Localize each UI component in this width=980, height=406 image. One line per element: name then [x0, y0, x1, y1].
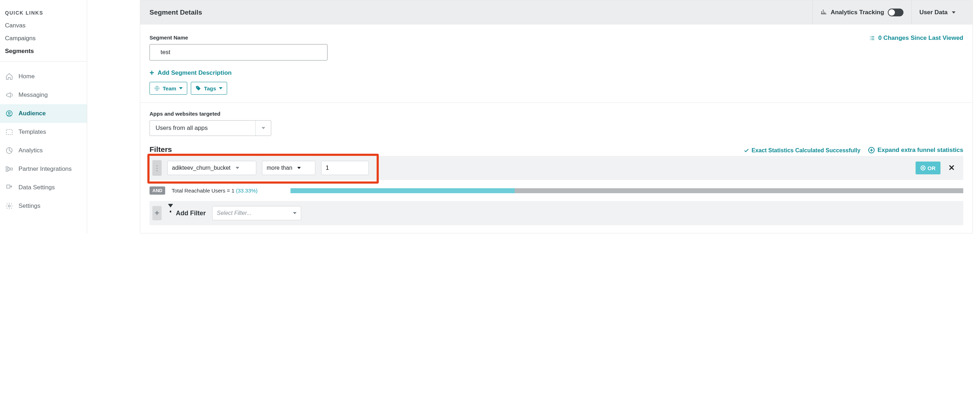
- svg-rect-5: [6, 170, 8, 171]
- drag-handle[interactable]: ⋮: [152, 160, 162, 176]
- stats-success-text: Exact Statistics Calculated Successfully: [751, 147, 861, 154]
- reach-stats-row: AND Total Reachable Users = 1 (33.33%): [150, 186, 963, 195]
- chevron-down-icon: [235, 167, 239, 169]
- chevron-down-icon: [255, 121, 271, 136]
- main-content: Segment Details Analytics Tracking User …: [87, 0, 980, 233]
- chevron-down-icon: [179, 87, 183, 89]
- expand-funnel-stats[interactable]: Expand extra funnel statistics: [868, 147, 963, 154]
- funnel-icon: [168, 204, 173, 214]
- audience-icon: [5, 109, 14, 118]
- analytics-icon: [5, 146, 14, 155]
- tags-chip-label: Tags: [204, 86, 216, 92]
- apps-targeted-value: Users from all apps: [150, 125, 255, 132]
- nav-settings-label: Settings: [19, 203, 40, 209]
- sidebar: QUICK LINKS Canvas Campaigns Segments Ho…: [0, 0, 87, 233]
- plus-icon: +: [150, 69, 154, 77]
- reach-text: Total Reachable Users = 1 (33.33%): [172, 187, 258, 193]
- templates-icon: [5, 128, 14, 136]
- data-settings-icon: [5, 183, 14, 192]
- filter-operator-value: more than: [267, 165, 292, 171]
- apps-targeted-select[interactable]: Users from all apps: [150, 120, 271, 136]
- reach-prefix: Total Reachable Users =: [172, 187, 231, 193]
- add-filter-handle[interactable]: +: [152, 206, 162, 220]
- reach-percent-link[interactable]: (33.33%): [236, 187, 258, 193]
- chevron-down-icon: [219, 87, 223, 89]
- nav-home-label: Home: [19, 73, 35, 80]
- nav-analytics-label: Analytics: [19, 147, 43, 154]
- nav-messaging-label: Messaging: [19, 92, 48, 98]
- svg-rect-6: [11, 168, 13, 170]
- changes-text: 0 Changes Since Last Viewed: [878, 35, 963, 42]
- quick-link-canvas[interactable]: Canvas: [0, 19, 87, 32]
- user-data-label: User Data: [920, 9, 948, 16]
- panel-title: Segment Details: [150, 8, 812, 16]
- nav-analytics[interactable]: Analytics: [0, 141, 87, 160]
- add-segment-description[interactable]: + Add Segment Description: [150, 69, 963, 77]
- nav-home[interactable]: Home: [0, 67, 87, 86]
- expand-funnel-label: Expand extra funnel statistics: [878, 147, 963, 154]
- reach-bar-fill: [291, 188, 515, 193]
- chevron-down-icon: [297, 167, 301, 169]
- sidebar-divider: [0, 61, 87, 62]
- nav-audience[interactable]: Audience: [0, 104, 87, 123]
- apps-targeted-label: Apps and websites targeted: [150, 111, 963, 117]
- home-icon: [5, 72, 14, 81]
- add-filter-label: Add Filter: [176, 209, 206, 217]
- add-filter-select[interactable]: Select Filter...: [212, 206, 301, 220]
- circle-plus-icon: [921, 165, 926, 170]
- changes-since-viewed[interactable]: 0 Changes Since Last Viewed: [869, 35, 963, 42]
- quick-links-header: QUICK LINKS: [0, 0, 87, 19]
- svg-rect-2: [6, 130, 13, 135]
- analytics-tracking-block: Analytics Tracking: [812, 0, 911, 25]
- nav-settings[interactable]: Settings: [0, 197, 87, 215]
- team-chip-label: Team: [163, 86, 176, 92]
- section-divider: [140, 103, 972, 103]
- add-description-label: Add Segment Description: [158, 70, 232, 76]
- add-filter-row: + Add Filter Select Filter...: [150, 201, 963, 225]
- panel-header: Segment Details Analytics Tracking User …: [140, 0, 972, 25]
- integrations-icon: [5, 165, 14, 173]
- user-data-dropdown[interactable]: User Data: [911, 0, 963, 25]
- circle-plus-icon: [868, 147, 875, 153]
- nav-templates[interactable]: Templates: [0, 123, 87, 141]
- svg-point-9: [197, 87, 197, 87]
- team-chip[interactable]: Team: [150, 82, 187, 95]
- and-badge: AND: [150, 186, 165, 195]
- add-filter-placeholder: Select Filter...: [217, 210, 251, 216]
- svg-point-1: [8, 112, 10, 114]
- nav-data-settings[interactable]: Data Settings: [0, 178, 87, 197]
- analytics-tracking-toggle[interactable]: [888, 8, 904, 16]
- chevron-down-icon: [293, 212, 296, 214]
- filter-attribute-select[interactable]: adikteev_churn_bucket: [167, 161, 256, 175]
- panel-body: Segment Name 0 Changes Since Last Viewed…: [140, 25, 972, 233]
- filter-value-input[interactable]: [321, 161, 369, 175]
- gear-icon: [5, 202, 14, 210]
- filter-stack: ⋮ adikteev_churn_bucket more than OR: [150, 156, 963, 180]
- filter-operator-select[interactable]: more than: [262, 161, 315, 175]
- megaphone-icon: [5, 91, 14, 99]
- segment-name-label: Segment Name: [150, 35, 328, 41]
- stats-success-message: Exact Statistics Calculated Successfully: [744, 147, 861, 154]
- remove-filter-button[interactable]: ✕: [946, 163, 957, 173]
- quick-link-segments[interactable]: Segments: [0, 45, 87, 58]
- filter-attribute-value: adikteev_churn_bucket: [172, 165, 231, 171]
- nav-messaging[interactable]: Messaging: [0, 86, 87, 104]
- reach-value: 1: [231, 187, 234, 193]
- add-or-button[interactable]: OR: [916, 162, 941, 174]
- chevron-down-icon: [952, 11, 955, 14]
- quick-link-campaigns[interactable]: Campaigns: [0, 32, 87, 45]
- or-label: OR: [928, 165, 936, 171]
- kebab-icon: ⋮: [153, 164, 161, 171]
- filter-row: ⋮ adikteev_churn_bucket more than OR: [150, 156, 963, 180]
- svg-rect-4: [6, 167, 8, 169]
- filters-title: Filters: [150, 145, 172, 154]
- segment-name-input[interactable]: [150, 44, 328, 60]
- nav-data-settings-label: Data Settings: [19, 184, 55, 191]
- nav-partner-label: Partner Integrations: [19, 165, 72, 173]
- analytics-tracking-label: Analytics Tracking: [830, 9, 884, 16]
- nav-partner-integrations[interactable]: Partner Integrations: [0, 160, 87, 178]
- add-filter-label-wrap: Add Filter: [168, 209, 206, 217]
- bar-chart-icon: [821, 8, 827, 16]
- tags-chip[interactable]: Tags: [191, 82, 227, 95]
- svg-point-7: [8, 205, 10, 207]
